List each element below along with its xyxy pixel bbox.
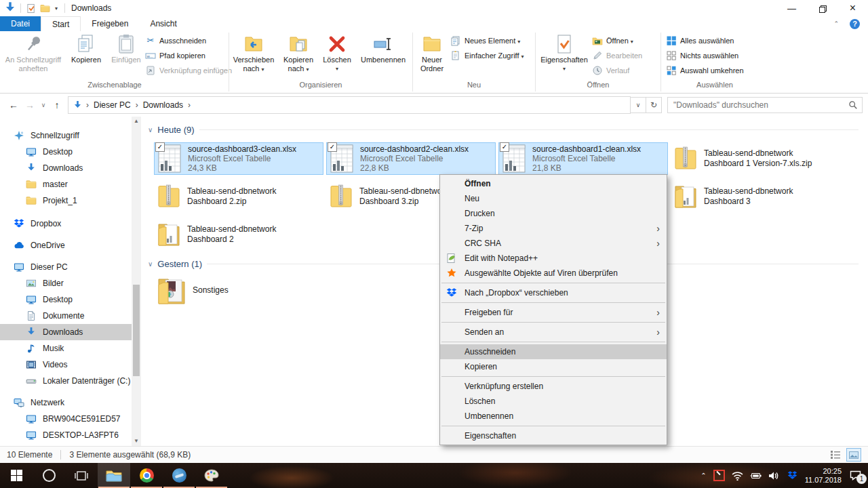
scrollbar-thumb[interactable]	[133, 285, 140, 376]
tray-dropbox-icon[interactable]	[787, 470, 798, 481]
menu-item-crc-sha[interactable]: CRC SHA›	[440, 236, 667, 251]
history-button[interactable]: Verlauf	[592, 64, 657, 76]
properties-button[interactable]: Eigenschaften	[536, 31, 592, 80]
address-dropdown-button[interactable]: ∨	[630, 97, 646, 113]
qat-new-folder-button[interactable]	[38, 1, 52, 15]
forward-button[interactable]: →	[22, 100, 38, 110]
pin-to-quick-access-button[interactable]: An Schnellzugriff anheften	[1, 31, 65, 80]
file-tile-source-dashboard3[interactable]: ✓ source-dashboard3-clean.xlsx Microsoft…	[154, 142, 323, 175]
edit-button[interactable]: Bearbeiten	[592, 49, 657, 61]
menu-item-ausschneiden[interactable]: Ausschneiden	[440, 344, 667, 359]
menu-item-kopieren[interactable]: Kopieren	[440, 359, 667, 374]
open-button[interactable]: Öffnen	[592, 35, 657, 46]
copy-path-button[interactable]: w... Pfad kopieren	[145, 49, 228, 61]
copy-button[interactable]: Kopieren	[65, 31, 107, 80]
minimize-button[interactable]: —	[776, 0, 807, 16]
paste-button[interactable]: Einfügen	[107, 31, 145, 80]
new-item-button[interactable]: Neues Element	[450, 35, 533, 46]
menu-item-verknuepfung-erstellen[interactable]: Verknüpfung erstellen	[440, 379, 667, 394]
menu-item-drucken[interactable]: Drucken	[440, 206, 667, 221]
task-view-button[interactable]	[65, 463, 98, 488]
breadcrumb-dieser-pc[interactable]: Dieser PC	[92, 100, 132, 110]
menu-item-freigeben-fuer[interactable]: Freigeben für›	[440, 305, 667, 320]
menu-item-dropbox-move[interactable]: Nach „Dropbox“ verschieben	[440, 285, 667, 300]
invert-selection-button[interactable]: Auswahl umkehren	[666, 64, 768, 76]
delete-button[interactable]: Löschen	[319, 31, 355, 80]
sidebar-item-netzwerk[interactable]: Netzwerk	[0, 394, 141, 411]
sidebar-item-schnellzugriff[interactable]: Schnellzugriff	[0, 127, 141, 144]
rename-button[interactable]: Umbenennen	[355, 31, 412, 80]
paste-shortcut-button[interactable]: Verknüpfung einfügen	[145, 64, 228, 76]
sidebar-item-videos[interactable]: Videos	[0, 357, 141, 373]
tab-freigeben[interactable]: Freigeben	[81, 16, 139, 31]
sidebar-item-desktop-la3fpt6[interactable]: DESKTOP-LA3FPT6	[0, 427, 141, 443]
folder-tile-sonstiges[interactable]: Sonstiges	[154, 272, 323, 308]
menu-item-neu[interactable]: Neu	[440, 191, 667, 206]
sidebar-item-bilder[interactable]: Bilder	[0, 275, 141, 291]
new-folder-button[interactable]: Neuer Ordner	[414, 31, 450, 80]
selection-checkbox[interactable]: ✓	[155, 142, 165, 152]
up-button[interactable]: ↑	[49, 100, 65, 110]
tab-datei[interactable]: Datei	[0, 16, 41, 31]
cortana-search-button[interactable]	[33, 463, 65, 488]
sidebar-item-dieser-pc[interactable]: Dieser PC	[0, 259, 141, 275]
sidebar-item-desktop-qa[interactable]: Desktop	[0, 144, 141, 160]
select-none-button[interactable]: Nichts auswählen	[666, 49, 768, 61]
selection-checkbox[interactable]: ✓	[500, 142, 509, 152]
search-box[interactable]	[667, 97, 863, 113]
menu-item-eigenschaften[interactable]: Eigenschaften	[440, 428, 667, 443]
sidebar-item-downloads-qa[interactable]: Downloads	[0, 160, 141, 176]
address-bar[interactable]: › Dieser PC › Downloads ›	[68, 96, 631, 114]
tab-start[interactable]: Start	[41, 16, 81, 32]
sidebar-item-musik[interactable]: Musik	[0, 340, 141, 357]
cut-button[interactable]: ✂Ausschneiden	[145, 35, 228, 46]
scroll-down-icon[interactable]: ▼	[132, 436, 141, 446]
tray-expand-icon[interactable]: ⌃	[701, 472, 706, 479]
tray-wifi-icon[interactable]	[732, 470, 743, 481]
select-all-button[interactable]: Alles auswählen	[666, 35, 768, 46]
close-button[interactable]: ×	[837, 0, 868, 16]
sidebar-item-downloads[interactable]: Downloads	[0, 324, 141, 340]
file-tile-source-dashboard2[interactable]: ✓ source-dashboard2-clean.xlsx Microsoft…	[326, 142, 496, 175]
sidebar-item-dokumente[interactable]: Dokumente	[0, 308, 141, 324]
file-tile-zip-dashboard1[interactable]: Tableau-send-dbnetwork Dashboard 1 Versi…	[671, 142, 840, 175]
sidebar-item-dropbox[interactable]: Dropbox	[0, 216, 141, 232]
sidebar-item-lokaler-datentraeger[interactable]: Lokaler Datenträger (C:)	[0, 373, 141, 389]
taskbar-file-explorer-button[interactable]	[98, 463, 130, 488]
copy-to-button[interactable]: Kopieren nach	[277, 31, 319, 80]
folder-tile-dashboard3[interactable]: Tableau-send-dbnetwork Dashboard 3	[671, 180, 840, 213]
menu-item-notepadpp[interactable]: Edit with Notepad++	[440, 251, 667, 266]
sidebar-item-desktop[interactable]: Desktop	[0, 291, 141, 308]
group-header-heute[interactable]: ∨ Heute (9)	[148, 125, 859, 135]
taskbar-chrome-button[interactable]	[130, 463, 163, 488]
sidebar-item-brw904ce591ed57[interactable]: BRW904CE591ED57	[0, 411, 141, 427]
tray-battery-icon[interactable]	[750, 470, 762, 481]
taskbar-thunderbird-button[interactable]	[163, 463, 195, 488]
action-center-button[interactable]: 1	[850, 470, 861, 481]
thumbnail-view-button[interactable]	[846, 448, 861, 462]
collapse-ribbon-button[interactable]: ⌃	[833, 20, 839, 27]
tray-red-app-icon[interactable]	[713, 470, 725, 481]
sidebar-item-master[interactable]: master	[0, 176, 141, 192]
menu-item-umbenennen[interactable]: Umbenennen	[440, 409, 667, 424]
taskbar-clock[interactable]: 20:25 11.07.2018	[805, 467, 842, 485]
search-input[interactable]	[672, 100, 848, 110]
folder-tile-dashboard2[interactable]: Tableau-send-dbnetwork Dashboard 2	[154, 218, 323, 251]
menu-item-oeffnen[interactable]: Öffnen	[440, 176, 667, 191]
menu-item-loeschen[interactable]: Löschen	[440, 394, 667, 409]
back-button[interactable]: ←	[5, 100, 22, 110]
move-to-button[interactable]: Verschieben nach	[230, 31, 277, 80]
details-view-button[interactable]	[829, 449, 842, 461]
recent-locations-button[interactable]: ∨	[38, 102, 49, 108]
file-tile-source-dashboard1[interactable]: ✓ source-dashboard1-clean.xlsx Microsoft…	[498, 142, 668, 175]
start-button[interactable]	[0, 463, 33, 488]
file-tile-zip-dashboard2[interactable]: Tableau-send-dbnetwork Dashboard 2.zip	[154, 180, 323, 213]
easy-access-button[interactable]: Einfacher Zugriff	[450, 49, 533, 61]
help-button[interactable]	[850, 19, 860, 29]
breadcrumb-downloads[interactable]: Downloads	[142, 100, 184, 110]
refresh-button[interactable]: ↻	[646, 97, 662, 113]
qat-customize-button[interactable]: ▾	[52, 5, 61, 12]
tray-volume-icon[interactable]	[768, 470, 780, 481]
menu-item-senden-an[interactable]: Senden an›	[440, 325, 667, 340]
taskbar-paint-button[interactable]	[195, 463, 228, 488]
